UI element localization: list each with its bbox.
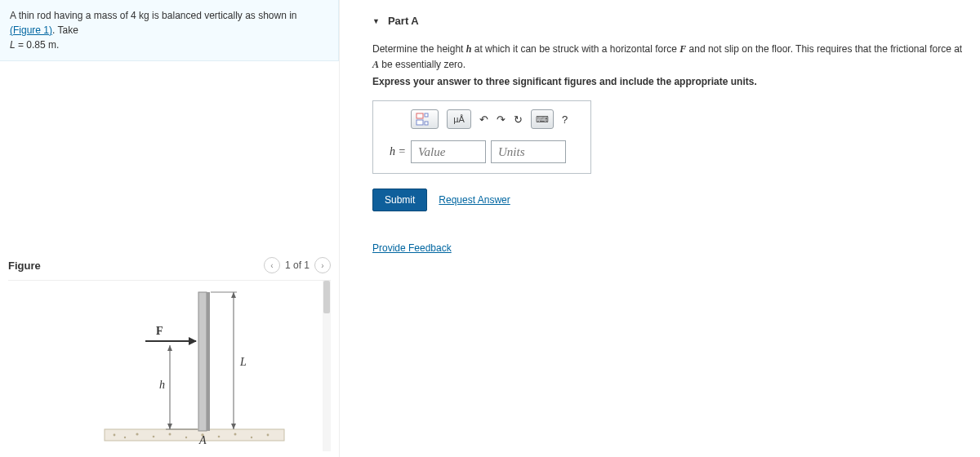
reset-button[interactable]: ↻ xyxy=(514,113,523,126)
figure-scrollbar[interactable]: ▲ ▼ xyxy=(323,281,331,451)
figure-panel: Figure ‹ 1 of 1 › xyxy=(0,257,339,451)
svg-point-4 xyxy=(152,436,154,438)
label-F: F xyxy=(156,325,163,337)
svg-marker-19 xyxy=(189,337,197,345)
template-button[interactable] xyxy=(411,109,439,129)
instructions: Determine the height h at which it can b… xyxy=(372,42,964,73)
redo-button[interactable]: ↷ xyxy=(497,113,506,126)
svg-point-8 xyxy=(217,436,220,438)
svg-point-5 xyxy=(168,433,171,436)
answer-var-label: h = xyxy=(383,145,406,158)
undo-button[interactable]: ↶ xyxy=(479,113,488,126)
problem-end: . xyxy=(56,39,59,51)
help-button[interactable]: ? xyxy=(562,113,568,126)
figure-next-button[interactable]: › xyxy=(314,257,331,273)
svg-rect-0 xyxy=(105,429,284,441)
svg-point-9 xyxy=(234,433,236,436)
provide-feedback-link[interactable]: Provide Feedback xyxy=(372,242,452,254)
keyboard-button[interactable]: ⌨ xyxy=(531,109,554,129)
instructions-hint: Express your answer to three significant… xyxy=(372,76,964,87)
problem-text-3: . Take xyxy=(52,24,78,36)
answer-toolbar: µÅ ↶ ↷ ↻ ⌨ ? xyxy=(383,109,581,129)
template-icon xyxy=(416,113,434,126)
units-input[interactable] xyxy=(491,140,566,163)
svg-rect-27 xyxy=(425,122,428,125)
label-h: h xyxy=(159,379,165,391)
caret-down-icon: ▼ xyxy=(372,17,380,25)
svg-point-6 xyxy=(185,437,186,438)
value-input[interactable] xyxy=(411,140,486,163)
figure-prev-button[interactable]: ‹ xyxy=(264,257,280,273)
problem-eq: = 0.85 xyxy=(16,39,48,51)
request-answer-link[interactable]: Request Answer xyxy=(439,194,510,206)
part-title: Part A xyxy=(388,15,419,27)
svg-marker-21 xyxy=(167,345,172,351)
problem-text-1: A thin rod having a mass of 4 xyxy=(10,10,139,21)
figure-title: Figure xyxy=(8,260,41,272)
svg-point-1 xyxy=(113,434,115,437)
submit-button[interactable]: Submit xyxy=(372,189,427,211)
problem-statement: A thin rod having a mass of 4 kg is bala… xyxy=(0,0,339,61)
answer-frame: µÅ ↶ ↷ ↻ ⌨ ? h = xyxy=(372,100,591,174)
svg-point-3 xyxy=(136,433,138,435)
part-header[interactable]: ▼ Part A xyxy=(372,15,964,27)
label-L: L xyxy=(239,356,247,368)
right-column: ▼ Part A Determine the height h at which… xyxy=(339,0,980,457)
svg-rect-13 xyxy=(207,292,210,431)
problem-unit-kg: kg xyxy=(139,10,149,21)
svg-marker-22 xyxy=(167,424,172,429)
svg-marker-16 xyxy=(231,292,236,298)
svg-point-11 xyxy=(266,434,269,437)
svg-marker-17 xyxy=(231,424,236,429)
special-chars-button[interactable]: µÅ xyxy=(447,109,471,129)
figure-svg: L F h A xyxy=(47,284,292,447)
figure-body: L F h A ▲ ▼ xyxy=(8,280,331,451)
left-column: A thin rod having a mass of 4 kg is bala… xyxy=(0,0,339,457)
svg-rect-26 xyxy=(416,120,423,125)
figure-nav-text: 1 of 1 xyxy=(285,260,310,271)
figure-nav: ‹ 1 of 1 › xyxy=(264,257,331,273)
problem-text-2: is balanced vertically as shown in xyxy=(149,10,297,21)
var-L: L xyxy=(10,39,16,51)
svg-rect-25 xyxy=(425,113,428,117)
svg-rect-12 xyxy=(198,292,207,431)
svg-point-2 xyxy=(123,437,125,438)
label-A: A xyxy=(198,434,207,446)
svg-rect-24 xyxy=(416,113,423,118)
figure-link[interactable]: (Figure 1) xyxy=(10,24,52,36)
submit-row: Submit Request Answer xyxy=(372,189,964,211)
svg-point-10 xyxy=(250,437,252,438)
answer-row: h = xyxy=(383,140,581,163)
unit-m: m xyxy=(48,39,56,51)
